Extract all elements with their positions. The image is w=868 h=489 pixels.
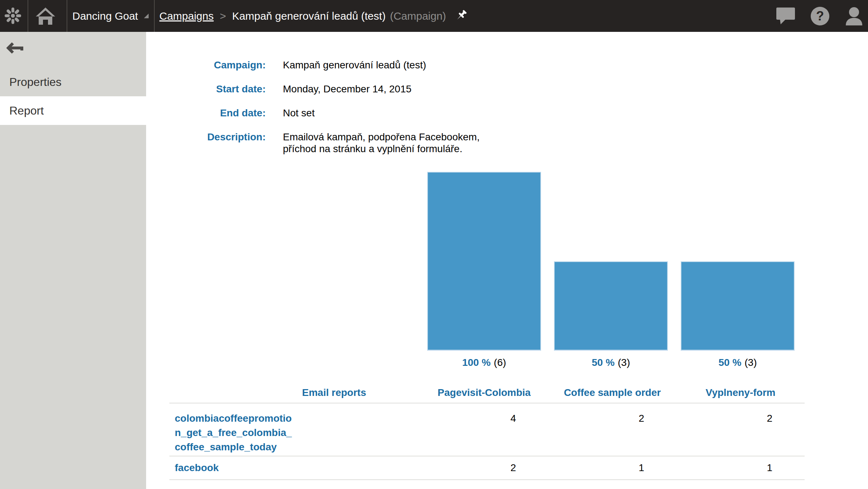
conversion-bar-chart [427, 172, 795, 351]
question-mark-glyph: ? [816, 9, 824, 24]
report-name-cell: facebook [169, 456, 420, 480]
sidebar-item-report[interactable]: Report [0, 96, 146, 125]
field-start-date: Start date: Monday, December 14, 2015 [146, 83, 868, 95]
table-row: colombiacoffeepromotion_get_a_free_colom… [169, 403, 805, 456]
field-label: End date: [146, 107, 266, 119]
column-header-vyplneny-form: Vyplneny-form [676, 384, 805, 403]
site-selector[interactable]: Dancing Goat [72, 0, 149, 32]
bar-coffee-sample-order [554, 261, 668, 351]
breadcrumb-page-type: (Campaign) [390, 10, 446, 22]
table-header-row: Email reports Pagevisit-Colombia Coffee … [169, 384, 805, 403]
column-header-email-reports: Email reports [169, 384, 420, 403]
home-icon[interactable] [36, 8, 55, 25]
value-cell: 4 [420, 403, 548, 456]
bar-vyplneny-form [681, 261, 795, 351]
sidebar-item-label: Properties [9, 76, 62, 88]
kentico-spinner-icon[interactable] [3, 6, 23, 26]
top-bar: Dancing Goat Campaigns > Kampaň generová… [0, 0, 868, 32]
value-cell: 2 [420, 456, 548, 480]
value-cell: 1 [676, 456, 805, 480]
bar-label: 50 %(3) [554, 357, 668, 368]
field-label: Description: [146, 131, 266, 155]
field-label: Campaign: [146, 59, 266, 71]
caret-down-icon [144, 13, 149, 19]
field-value: Emailová kampaň, podpořena Facebookem, p… [283, 131, 491, 155]
breadcrumb: Campaigns > Kampaň generování leadů (tes… [159, 0, 470, 32]
table-row: facebook 2 1 1 [169, 456, 805, 480]
bar-count: (6) [494, 357, 506, 368]
email-reports-table: Email reports Pagevisit-Colombia Coffee … [169, 384, 805, 480]
bar-pagevisit-colombia [427, 172, 541, 351]
field-value: Monday, December 14, 2015 [283, 83, 411, 95]
chat-bubble-icon[interactable] [776, 8, 795, 25]
topbar-separator [67, 0, 67, 32]
chart-column [554, 172, 668, 351]
sidebar-item-properties[interactable]: Properties [0, 68, 146, 96]
chart-labels-row: 100 %(6) 50 %(3) 50 %(3) [427, 357, 795, 368]
topbar-separator [28, 0, 28, 32]
user-account-icon[interactable] [845, 7, 863, 25]
value-cell: 2 [548, 403, 676, 456]
chart-column [681, 172, 795, 351]
value-cell: 1 [548, 456, 676, 480]
bar-label: 50 %(3) [681, 357, 795, 368]
report-link-colombiacoffeepromotion[interactable]: colombiacoffeepromotion_get_a_free_colom… [175, 411, 294, 454]
column-header-coffee-sample-order: Coffee sample order [548, 384, 676, 403]
field-value: Kampaň generování leadů (test) [283, 59, 426, 71]
field-description: Description: Emailová kampaň, podpořena … [146, 131, 868, 155]
value-cell: 2 [676, 403, 805, 456]
bar-count: (3) [744, 357, 757, 368]
report-name-cell: colombiacoffeepromotion_get_a_free_colom… [169, 403, 420, 456]
pushpin-icon[interactable] [454, 7, 470, 25]
bar-percent: 50 % [718, 357, 741, 368]
back-arrow-icon[interactable] [6, 42, 24, 55]
report-link-facebook[interactable]: facebook [175, 461, 294, 475]
field-end-date: End date: Not set [146, 107, 868, 119]
breadcrumb-page-title: Kampaň generování leadů (test) [232, 10, 386, 22]
help-icon[interactable]: ? [811, 7, 829, 25]
chart-column [427, 172, 541, 351]
bar-count: (3) [618, 357, 630, 368]
bar-label: 100 %(6) [427, 357, 541, 368]
sidebar-item-label: Report [9, 104, 44, 117]
breadcrumb-campaigns-link[interactable]: Campaigns [159, 10, 214, 22]
topbar-right-icons: ? [776, 0, 868, 32]
field-campaign: Campaign: Kampaň generování leadů (test) [146, 59, 868, 71]
sidebar: Properties Report [0, 32, 146, 489]
field-value: Not set [283, 107, 315, 119]
sidebar-nav: Properties Report [0, 68, 146, 125]
column-header-pagevisit-colombia: Pagevisit-Colombia [420, 384, 548, 403]
breadcrumb-separator: > [220, 10, 226, 22]
field-label: Start date: [146, 83, 266, 95]
topbar-separator [154, 0, 155, 32]
bar-percent: 100 % [462, 357, 491, 368]
site-selector-label: Dancing Goat [72, 10, 138, 22]
bar-percent: 50 % [592, 357, 614, 368]
